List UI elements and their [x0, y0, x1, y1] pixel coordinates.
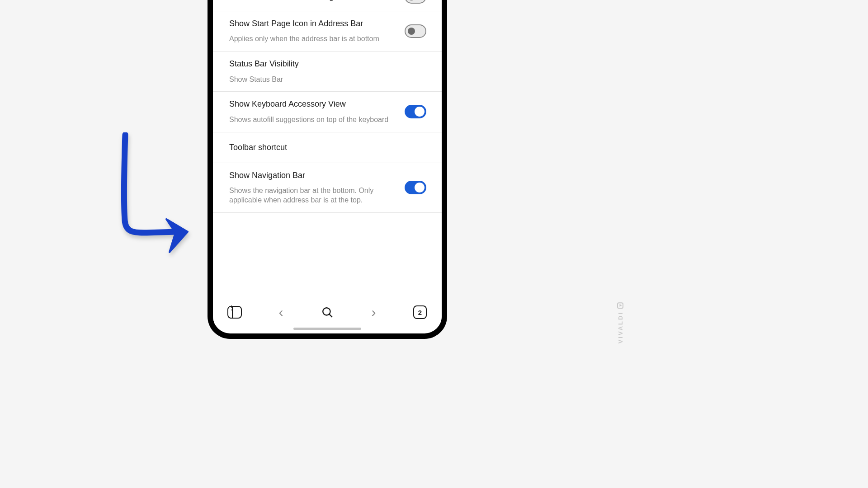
toggle-keyboard-accessory[interactable]: [405, 105, 426, 118]
setting-keyboard-accessory[interactable]: Show Keyboard Accessory View Shows autof…: [213, 92, 442, 132]
settings-list: Show toolbars while scrolling Show Start…: [213, 0, 442, 296]
tabs-button[interactable]: 2: [411, 303, 429, 321]
chevron-left-icon: ‹: [279, 305, 283, 320]
tab-count-badge: 2: [413, 305, 427, 319]
setting-start-page-icon[interactable]: Show Start Page Icon in Address Bar Appl…: [213, 11, 442, 52]
back-button[interactable]: ‹: [272, 303, 290, 321]
setting-status-bar-visibility[interactable]: Status Bar Visibility Show Status Bar: [213, 52, 442, 92]
setting-title: Status Bar Visibility: [229, 59, 416, 69]
chevron-right-icon: ›: [372, 305, 376, 320]
phone-frame: Show toolbars while scrolling Show Start…: [208, 0, 447, 339]
navigation-bar: ‹ › 2: [213, 296, 442, 325]
toggle-show-navigation-bar[interactable]: [405, 181, 426, 194]
setting-subtitle: Show Status Bar: [229, 75, 416, 84]
annotation-arrow: [118, 132, 199, 263]
search-icon: [321, 306, 333, 318]
setting-title: Show Navigation Bar: [229, 170, 396, 181]
toggle-start-page-icon[interactable]: [405, 24, 426, 38]
setting-toolbar-shortcut[interactable]: Toolbar shortcut: [213, 132, 442, 163]
brand-text: VIVALDI: [617, 311, 624, 343]
home-indicator[interactable]: [293, 328, 361, 330]
setting-subtitle: Shows autofill suggestions on top of the…: [229, 115, 396, 125]
vivaldi-brand: VIVALDI: [617, 302, 624, 343]
vivaldi-logo-icon: [618, 302, 624, 309]
setting-title: Show Keyboard Accessory View: [229, 99, 396, 109]
setting-title: Show toolbars while scrolling: [229, 0, 396, 2]
setting-title: Toolbar shortcut: [229, 142, 416, 153]
setting-subtitle: Shows the navigation bar at the bottom. …: [229, 186, 396, 205]
setting-show-navigation-bar[interactable]: Show Navigation Bar Shows the navigation…: [213, 163, 442, 213]
panel-button[interactable]: [226, 303, 244, 321]
search-button[interactable]: [318, 303, 336, 321]
setting-title: Show Start Page Icon in Address Bar: [229, 19, 396, 29]
panel-icon: [227, 306, 242, 319]
forward-button[interactable]: ›: [365, 303, 383, 321]
setting-show-toolbars-scrolling[interactable]: Show toolbars while scrolling: [213, 0, 442, 11]
phone-screen: Show toolbars while scrolling Show Start…: [213, 0, 442, 333]
toggle-show-toolbars-scrolling[interactable]: [405, 0, 426, 4]
svg-point-0: [323, 308, 330, 315]
setting-subtitle: Applies only when the address bar is at …: [229, 34, 396, 44]
svg-line-1: [329, 314, 332, 317]
